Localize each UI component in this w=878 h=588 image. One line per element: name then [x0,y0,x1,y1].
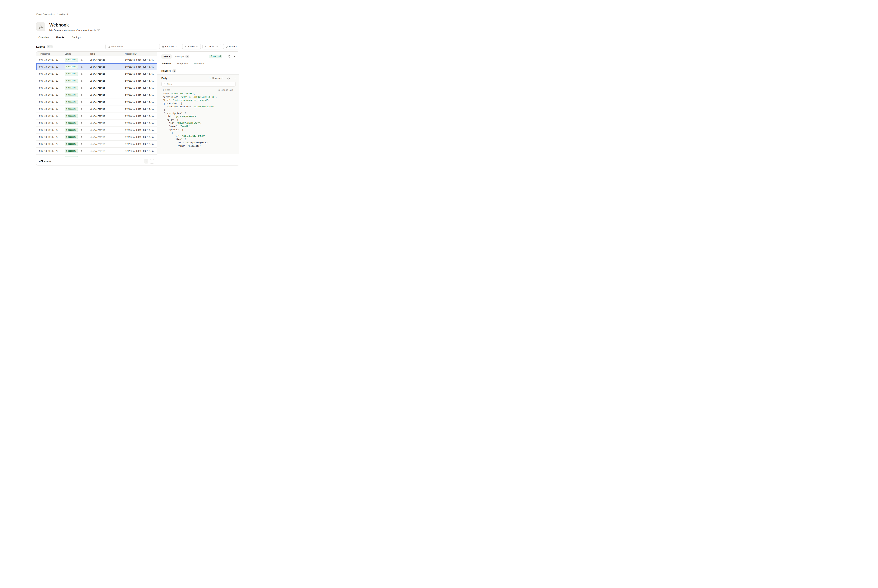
cell-status: Successful [65,135,90,139]
table-row[interactable]: NOV 18 10:17:22Successfuluser.createdb49… [36,112,157,120]
status-filter-button[interactable]: Status [182,44,201,49]
tab-metadata[interactable]: Metadata [194,61,204,67]
panel-bottom-space [157,154,239,165]
column-header-status: Status [65,52,90,55]
tab-settings[interactable]: Settings [71,35,81,41]
json-line: "created_at": "2024-10-10T09:15:50+00:00… [161,96,236,99]
cell-status: Successful [65,149,90,153]
status-badge: Successful [65,93,78,97]
previous-page-button[interactable] [144,159,148,164]
cell-timestamp: NOV 18 10:17:22 [36,136,65,138]
table-row[interactable]: NOV 18 10:17:22Successfuluser.createdb49… [36,141,157,148]
topics-filter-label: Topics [208,45,215,48]
table-row[interactable]: NOV 18 10:17:22Successfuluser.createdb49… [36,56,157,63]
tab-event[interactable]: Event [161,54,172,58]
refresh-label: Refresh [229,45,237,48]
retry-event-button[interactable] [81,87,83,89]
json-line: "item": { [161,138,236,141]
status-badge: Successful [65,72,78,76]
time-filter-button[interactable]: Last 24h [159,44,180,49]
structured-view-toggle[interactable]: {} Structured [208,77,223,80]
events-heading: Events [36,45,45,48]
table-row[interactable]: NOV 18 10:17:22Successfuluser.createdb49… [36,105,157,112]
retry-event-button[interactable] [81,80,83,82]
cell-status: Successful [65,128,90,132]
tab-response[interactable]: Response [177,61,188,67]
table-row[interactable]: NOV 18 10:17:22Successfuluser.createdb49… [36,70,157,77]
collapse-all-button[interactable]: Collapse all ↑ [218,89,236,91]
cell-topic: user.created [90,122,125,124]
tab-overview[interactable]: Overview [38,35,49,41]
body-filter-input[interactable] [167,83,234,86]
retry-event-button[interactable] [81,136,83,138]
cell-status: Successful [65,100,90,104]
table-row[interactable]: NOV 18 10:17:22Successfuluser.createdb49… [36,148,157,154]
json-line: "prices": [ [161,128,236,131]
close-panel-button[interactable] [233,55,236,58]
retry-event-button[interactable] [81,58,83,61]
chevron-left-icon [145,160,147,162]
table-row[interactable]: NOV 18 10:17:22Successfuluser.createdb49… [36,126,157,134]
retry-event-button[interactable] [81,143,83,145]
table-footer: 472events [36,157,157,165]
json-line: "id": "MJ2oy747MNQXELAo", [161,141,236,144]
cell-status: Successful [65,114,90,118]
retry-event-button[interactable] [81,129,83,131]
cell-timestamp: NOV 18 10:17:22 [36,122,65,124]
collapse-body-button[interactable] [233,77,236,79]
breadcrumb-item-event-destinations[interactable]: Event Destinations [36,13,55,16]
panel-header: Event Attempts 3 Successful [157,52,239,61]
breadcrumb-item-webhook[interactable]: Webhook [59,13,69,16]
search-input[interactable] [111,45,155,48]
items-count-label: {1 item [161,89,170,91]
tab-request[interactable]: Request [161,61,171,67]
events-total-count: 472 [39,160,43,163]
cell-timestamp: NOV 18 10:17:22 [36,129,65,131]
chevron-down-icon [233,70,236,72]
retry-event-button[interactable] [81,115,83,117]
topics-filter-button[interactable]: Topics [203,44,221,49]
retry-event-button[interactable] [81,73,83,75]
search-icon [107,45,110,48]
status-badge: Successful [65,100,78,104]
headers-section-toggle[interactable]: Headers 3 [157,67,239,75]
event-detail-panel: Event Attempts 3 Successful Request Resp… [157,52,239,165]
retry-event-button[interactable] [228,55,230,58]
retry-event-button[interactable] [81,122,83,124]
status-badge: Successful [65,121,78,125]
json-line: "previous_plan_id": "aezmBVpPksWVY6FT" [161,105,236,108]
json-line: "properties": { [161,102,236,105]
retry-event-button[interactable] [81,101,83,103]
table-row[interactable]: NOV 18 10:17:22Successfuluser.createdb49… [36,134,157,141]
copy-url-button[interactable] [98,29,100,32]
retry-event-button[interactable] [81,150,83,152]
cell-message-id: b4925365-b8cf-42b7-a76… [125,136,157,138]
tab-events[interactable]: Events [56,35,65,41]
retry-icon [81,58,83,61]
table-row[interactable]: NOV 18 10:17:22Successfuluser.createdb49… [36,92,157,99]
cell-message-id: b4925365-b8cf-42b7-a76… [125,108,157,110]
copy-body-button[interactable] [227,77,230,80]
refresh-button[interactable]: Refresh [223,44,239,49]
cell-message-id: b4925365-b8cf-42b7-a76… [125,129,157,131]
table-row[interactable]: NOV 18 10:17:22Successfuluser.createdb49… [36,84,157,92]
table-row[interactable]: NOV 18 10:17:22Successfuluser.createdb49… [36,99,157,105]
next-page-button[interactable] [150,159,154,164]
table-row[interactable]: NOV 18 10:17:22Successfuluser.createdb49… [36,120,157,126]
cell-message-id: b4925365-b8cf-42b7-a76… [125,115,157,117]
retry-icon [81,150,83,152]
root-collapse-toggle[interactable]: {1 item ↑ [161,89,173,91]
table-row[interactable]: NOV 18 10:17:22Successfuluser.createdb49… [36,77,157,84]
retry-event-button[interactable] [81,94,83,96]
table-row[interactable]: NOV 18 10:17:22Successfuluser.createdb49… [36,154,157,157]
cell-topic: user.created [90,94,125,96]
status-badge: Successful [65,128,78,132]
retry-event-button[interactable] [81,66,83,68]
collapse-arrow-icon: ↑ [235,89,236,91]
table-row[interactable]: NOV 18 10:17:22Successfuluser.createdb49… [36,63,157,70]
body-section-header: Body {} Structured [161,77,236,80]
cell-topic: user.created [90,66,125,68]
retry-event-button[interactable] [81,108,83,110]
pagination [144,159,154,164]
tab-attempts[interactable]: Attempts 3 [175,55,189,58]
